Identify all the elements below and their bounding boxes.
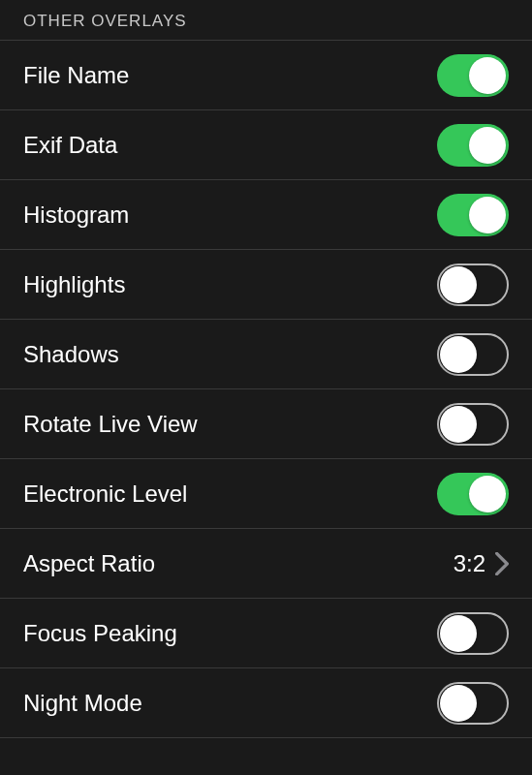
- row-label: Highlights: [23, 271, 125, 298]
- row-label: Night Mode: [23, 690, 142, 717]
- row-label: Histogram: [23, 202, 129, 229]
- row-label: Electronic Level: [23, 480, 187, 508]
- section-title: OTHER OVERLAYS: [23, 12, 187, 30]
- toggle-highlights[interactable]: [437, 264, 509, 306]
- toggle-rotate-live-view[interactable]: [437, 403, 509, 446]
- select-value: 3:2: [454, 550, 485, 577]
- settings-list: File Name Exif Data Histogram Highlights…: [0, 40, 532, 738]
- row-highlights: Highlights: [0, 249, 532, 320]
- toggle-knob: [440, 336, 477, 373]
- row-label: Exif Data: [23, 132, 117, 159]
- toggle-night-mode[interactable]: [437, 682, 509, 725]
- row-shadows: Shadows: [0, 319, 532, 389]
- row-focus-peaking: Focus Peaking: [0, 598, 532, 668]
- row-aspect-ratio[interactable]: Aspect Ratio 3:2: [0, 528, 532, 599]
- row-rotate-live-view: Rotate Live View: [0, 388, 532, 459]
- toggle-knob: [469, 197, 506, 233]
- row-electronic-level: Electronic Level: [0, 458, 532, 529]
- row-label: Shadows: [23, 341, 119, 368]
- toggle-knob: [440, 685, 477, 722]
- row-histogram: Histogram: [0, 179, 532, 250]
- toggle-exif-data[interactable]: [437, 124, 509, 167]
- toggle-focus-peaking[interactable]: [437, 612, 509, 655]
- row-label: Aspect Ratio: [23, 550, 155, 577]
- toggle-knob: [440, 406, 477, 443]
- row-night-mode: Night Mode: [0, 667, 532, 738]
- toggle-shadows[interactable]: [437, 333, 509, 376]
- toggle-electronic-level[interactable]: [437, 473, 509, 515]
- row-label: File Name: [23, 62, 129, 89]
- toggle-knob: [440, 266, 477, 303]
- toggle-histogram[interactable]: [437, 194, 509, 236]
- section-header: OTHER OVERLAYS: [0, 0, 532, 39]
- row-file-name: File Name: [0, 40, 532, 110]
- chevron-right-icon: [495, 552, 509, 575]
- row-exif-data: Exif Data: [0, 109, 532, 180]
- select-aspect-ratio: 3:2: [454, 550, 509, 577]
- toggle-knob: [469, 57, 506, 94]
- toggle-file-name[interactable]: [437, 54, 509, 97]
- toggle-knob: [469, 476, 506, 512]
- row-label: Rotate Live View: [23, 411, 198, 438]
- row-label: Focus Peaking: [23, 620, 177, 647]
- toggle-knob: [440, 615, 477, 652]
- toggle-knob: [469, 127, 506, 164]
